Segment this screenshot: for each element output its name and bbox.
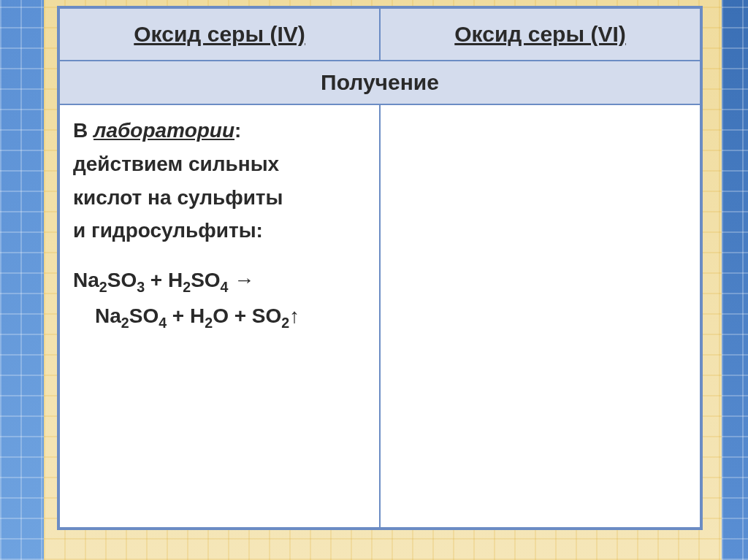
lab-colon: : xyxy=(234,119,241,142)
content-cell-right xyxy=(380,104,701,528)
formula-sub: 2 xyxy=(99,279,107,295)
header-oxide-iv: Оксид серы (IV) xyxy=(59,8,380,61)
comparison-table: Оксид серы (IV) Оксид серы (VI) Получени… xyxy=(57,6,703,530)
formula-na: Na xyxy=(95,304,121,327)
lab-prefix: В xyxy=(73,119,94,142)
formula-sub: 2 xyxy=(183,279,191,295)
chemical-equation-line1: Na2SO3 + H2SO4 → xyxy=(73,266,366,296)
formula-sub: 2 xyxy=(281,315,289,331)
chemical-equation-line2: Na2SO4 + H2O + SO2↑ xyxy=(73,302,366,332)
formula-sub: 2 xyxy=(121,315,129,331)
formula-sub: 4 xyxy=(159,315,167,331)
background-right-panel xyxy=(722,0,748,560)
description-line2: кислот на сульфиты xyxy=(73,184,366,212)
formula-plus-h: + H xyxy=(167,304,205,327)
formula-sub: 3 xyxy=(137,279,145,295)
formula-so: SO xyxy=(129,304,159,327)
formula-so: SO xyxy=(191,269,220,291)
formula-sub: 4 xyxy=(221,279,229,295)
formula-plus-h: + H xyxy=(145,269,183,291)
formula-na: Na xyxy=(73,269,99,291)
formula-arrow: → xyxy=(229,269,255,291)
formula-gas-arrow: ↑ xyxy=(289,304,299,327)
header-row: Оксид серы (IV) Оксид серы (VI) xyxy=(59,8,701,61)
content-row: В лаборатории: действием сильных кислот … xyxy=(59,104,701,528)
formula-o-so: O + SO xyxy=(213,304,281,327)
content-cell-left: В лаборатории: действием сильных кислот … xyxy=(59,104,380,528)
subheader-row: Получение xyxy=(59,61,701,104)
formula-so: SO xyxy=(107,269,137,291)
subheader-preparation: Получение xyxy=(59,61,701,104)
lab-label: лаборатории xyxy=(94,119,234,142)
description-line1: действием сильных xyxy=(73,150,366,178)
formula-sub: 2 xyxy=(205,315,213,331)
lab-intro: В лаборатории: xyxy=(73,117,366,145)
header-oxide-vi: Оксид серы (VI) xyxy=(380,8,701,61)
description-line3: и гидросульфиты: xyxy=(73,217,366,245)
background-left-panel xyxy=(0,0,44,560)
